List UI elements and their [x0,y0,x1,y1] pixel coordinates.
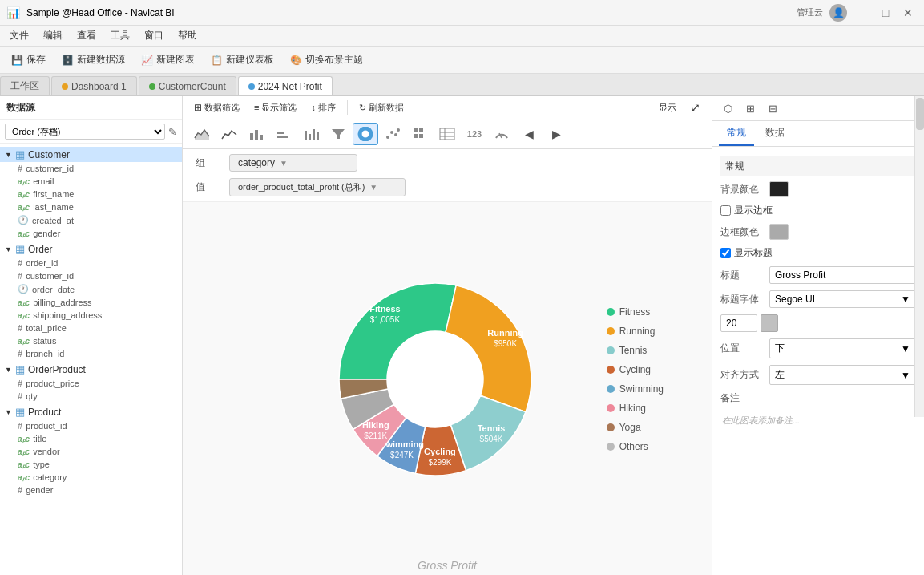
minimize-btn[interactable]: — [853,6,873,20]
sort-btn[interactable]: ↕ 排序 [306,100,341,115]
chart-type-table[interactable] [434,123,460,145]
rp-tab-data[interactable]: 数据 [757,121,793,146]
font-color-btn[interactable] [761,314,778,332]
show-border-checkbox[interactable]: 显示边框 [720,204,773,217]
chart-type-scatter[interactable] [380,123,406,145]
menu-tools[interactable]: 工具 [104,27,136,44]
title-font-row: 标题字体 Segoe UI ▼ [720,290,916,308]
chart-type-line[interactable] [216,123,242,145]
border-color-swatch[interactable] [769,224,789,240]
tree-item[interactable]: 🕐created_at [0,213,182,227]
border-color-row: 边框颜色 [720,224,916,240]
tree-item[interactable]: aₚccategory [0,471,182,484]
filter-data-btn[interactable]: ⊞ 数据筛选 [189,100,244,115]
tree-item[interactable]: aₚcshipping_address [0,309,182,322]
menu-edit[interactable]: 编辑 [37,27,69,44]
tree-item[interactable]: aₚcemail [0,175,182,188]
show-border-input[interactable] [720,205,731,216]
tree-group-order-header[interactable]: ▼ ▦ Order [0,241,182,257]
group-dropdown[interactable]: category ▼ [229,154,357,172]
tree-item[interactable]: aₚctitle [0,432,182,445]
menu-window[interactable]: 窗口 [138,27,170,44]
refresh-btn[interactable]: ↻ 刷新数据 [354,100,409,115]
chart-type-gauge[interactable] [489,123,514,145]
tree-item[interactable]: #product_price [0,377,182,390]
font-size-input[interactable] [720,314,757,332]
show-title-checkbox[interactable]: 显示标题 [720,246,773,260]
chart-type-column[interactable] [298,123,324,145]
new-chart-button[interactable]: 📈 新建图表 [135,51,201,69]
display-btn[interactable]: 显示 [654,100,681,115]
menu-help[interactable]: 帮助 [171,27,204,44]
tree-item[interactable]: #total_price [0,322,182,334]
chart-type-bar2[interactable] [271,123,297,145]
tree-item[interactable]: aₚclast_name [0,200,182,213]
save-button[interactable]: 💾 保存 [5,51,52,69]
expand-btn[interactable]: ⤢ [686,99,705,115]
chart-type-prev[interactable]: ◀ [516,123,542,145]
show-border-label: 显示边框 [734,204,773,217]
show-title-input[interactable] [720,248,731,258]
menu-file[interactable]: 文件 [3,27,35,44]
edit-icon[interactable]: ✎ [168,126,177,138]
tree-item[interactable]: aₚctype [0,458,182,471]
text-icon: aₚc [18,311,30,320]
tree-item[interactable]: #gender [0,484,182,496]
title-font-select[interactable]: Segoe UI ▼ [769,290,916,308]
switch-theme-button[interactable]: 🎨 切换布景主题 [284,51,369,69]
value-dropdown[interactable]: order_product_total_profit (总和) ▼ [229,178,406,196]
tree-group-orderproduct-header[interactable]: ▼ ▦ OrderProduct [0,362,182,377]
maximize-btn[interactable]: □ [876,6,895,20]
tree-item[interactable]: aₚcbilling_address [0,296,182,309]
tree-group-customer-header[interactable]: ▼ ▦ Customer [0,147,182,162]
chart-type-donut[interactable] [353,123,378,145]
chart-type-area[interactable] [189,123,215,145]
align-select[interactable]: 左 ▼ [769,365,916,385]
legend-label: Cycling [619,364,651,375]
tree-item[interactable]: aₚcvendor [0,445,182,458]
tree-item[interactable]: #customer_id [0,269,182,282]
chart-type-number[interactable]: 123 [462,123,487,145]
show-filter-btn[interactable]: ≡ 显示筛选 [249,100,301,115]
tree-item[interactable]: aₚcgender [0,227,182,240]
position-select[interactable]: 下 ▼ [769,338,916,358]
tree-item[interactable]: aₚcfirst_name [0,188,182,200]
rp-icon-grid2[interactable]: ⊞ [740,99,761,117]
close-btn[interactable]: ✕ [898,6,918,20]
title-input[interactable] [769,266,916,284]
table-icon: ▦ [15,148,25,160]
tree-item[interactable]: 🕐order_date [0,282,182,296]
menu-view[interactable]: 查看 [71,27,103,44]
legend-dot [607,385,615,393]
tree-item[interactable]: #order_id [0,257,182,269]
scrollbar[interactable] [914,96,924,417]
chart-type-bar[interactable] [244,123,269,145]
chart-type-next[interactable]: ▶ [543,123,569,145]
tab-customercount[interactable]: CustomerCount [139,76,236,95]
font-size-row [720,314,916,332]
tree-item[interactable]: #qty [0,390,182,403]
scrollbar-thumb[interactable] [916,98,924,130]
bg-color-swatch[interactable] [769,181,789,197]
tab-dashboard1[interactable]: Dashboard 1 [51,76,137,95]
user-menu[interactable]: 管理云 [797,6,823,18]
user-avatar[interactable]: 👤 [829,4,847,22]
tree-item[interactable]: aₚcstatus [0,334,182,347]
chart-type-grid[interactable] [407,123,433,145]
tree-item[interactable]: #customer_id [0,162,182,175]
align-value: 左 [775,368,785,382]
tree-item[interactable]: #product_id [0,419,182,432]
tab-netprofit[interactable]: 2024 Net Profit [238,76,333,95]
new-dashboard-label: 新建仪表板 [226,53,274,67]
datasource-selector[interactable]: Order (存档) [5,124,165,140]
chart-type-funnel[interactable] [325,123,351,145]
rp-icon-grid3[interactable]: ⊟ [762,99,783,117]
new-dashboard-button[interactable]: 📋 新建仪表板 [204,51,280,69]
rp-icon-cube[interactable]: ⬡ [717,99,738,117]
tree-item[interactable]: #branch_id [0,347,182,360]
right-panel-tabs: 常规 数据 [712,121,924,147]
tab-workspace[interactable]: 工作区 [0,76,50,95]
new-datasource-button[interactable]: 🗄️ 新建数据源 [55,51,131,69]
rp-tab-general[interactable]: 常规 [719,121,754,146]
tree-group-product-header[interactable]: ▼ ▦ Product [0,404,182,419]
